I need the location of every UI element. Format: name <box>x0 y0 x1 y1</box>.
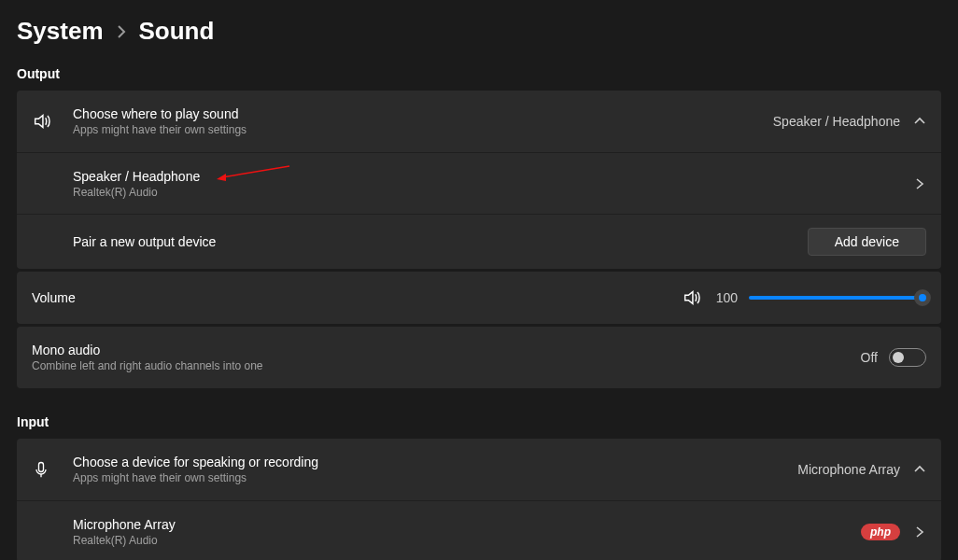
volume-row: Volume 100 <box>17 272 941 324</box>
volume-title: Volume <box>32 290 682 305</box>
input-choose-card: Choose a device for speaking or recordin… <box>17 439 941 560</box>
output-pair-row: Pair a new output device Add device <box>17 214 941 269</box>
chevron-up-icon <box>913 463 926 476</box>
speaker-icon[interactable] <box>682 287 702 308</box>
volume-card: Volume 100 <box>17 272 941 324</box>
output-pair-title: Pair a new output device <box>73 234 808 249</box>
input-group: Choose a device for speaking or recordin… <box>17 439 941 560</box>
toggle-knob <box>893 352 904 363</box>
chevron-right-icon <box>117 25 126 38</box>
mono-title: Mono audio <box>32 343 861 357</box>
output-device-row[interactable]: Speaker / Headphone Realtek(R) Audio <box>17 152 941 214</box>
input-choose-sub: Apps might have their own settings <box>73 471 797 484</box>
input-choose-title: Choose a device for speaking or recordin… <box>73 455 797 469</box>
output-choose-row[interactable]: Choose where to play sound Apps might ha… <box>17 91 941 152</box>
breadcrumb-parent[interactable]: System <box>17 17 104 46</box>
output-choose-current: Speaker / Headphone <box>773 114 900 129</box>
volume-value: 100 <box>713 290 738 305</box>
breadcrumb: System Sound <box>17 17 941 46</box>
php-badge: php <box>861 524 900 540</box>
input-device-sub: Realtek(R) Audio <box>73 534 861 547</box>
mono-row: Mono audio Combine left and right audio … <box>17 327 941 388</box>
mono-card: Mono audio Combine left and right audio … <box>17 327 941 388</box>
mono-sub: Combine left and right audio channels in… <box>32 359 861 372</box>
microphone-icon <box>32 459 73 480</box>
add-device-button[interactable]: Add device <box>808 228 926 256</box>
speaker-icon <box>32 111 73 132</box>
output-choose-title: Choose where to play sound <box>73 106 773 121</box>
input-device-title: Microphone Array <box>73 517 861 532</box>
volume-slider[interactable] <box>749 296 926 300</box>
output-device-sub: Realtek(R) Audio <box>73 186 913 199</box>
chevron-right-icon <box>913 525 926 539</box>
chevron-up-icon <box>913 115 926 128</box>
mono-toggle-label: Off <box>861 350 878 365</box>
volume-slider-thumb[interactable] <box>914 289 931 306</box>
chevron-right-icon <box>913 177 926 190</box>
input-choose-row[interactable]: Choose a device for speaking or recordin… <box>17 439 941 500</box>
input-choose-current: Microphone Array <box>797 462 900 477</box>
output-device-title: Speaker / Headphone <box>73 169 913 184</box>
breadcrumb-current: Sound <box>139 17 215 46</box>
output-section-label: Output <box>17 66 941 81</box>
mono-toggle[interactable] <box>889 348 926 367</box>
output-group: Choose where to play sound Apps might ha… <box>17 91 941 388</box>
output-choose-card: Choose where to play sound Apps might ha… <box>17 91 941 269</box>
output-choose-sub: Apps might have their own settings <box>73 123 773 136</box>
svg-rect-2 <box>39 463 44 472</box>
input-device-row[interactable]: Microphone Array Realtek(R) Audio php <box>17 500 941 560</box>
input-section-label: Input <box>17 414 941 429</box>
